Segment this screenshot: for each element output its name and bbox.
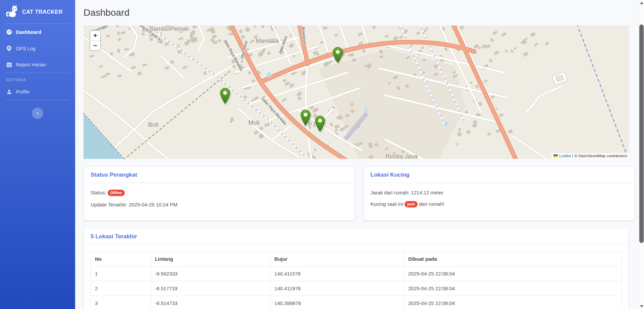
table-container: No Lintang Bujur Dibuat pada 1-8.5023331… (84, 245, 629, 309)
locations-table: No Lintang Bujur Dibuat pada 1-8.5023331… (91, 251, 622, 309)
map-label: Muli (248, 119, 259, 126)
sidebar-collapse-button[interactable]: ‹ (32, 108, 43, 119)
cat-location-pin[interactable] (220, 88, 230, 104)
column-header-no: No (91, 252, 151, 266)
lokasi-card-title: Lokasi Kucing (371, 172, 628, 178)
proximity-prefix: Kucing saat ini (371, 201, 404, 207)
table-card-title: 5 Lokasi Terakhir (91, 233, 622, 240)
cat-location-pin[interactable] (301, 110, 311, 126)
chevron-left-icon: ‹ (37, 110, 39, 116)
status-cards-row: Status Perangkat Status: Offline Update … (84, 166, 635, 221)
leaflet-link[interactable]: Leaflet (559, 154, 571, 158)
brand[interactable]: CAT TRACKER (0, 0, 75, 23)
table-cell: -8.502333 (151, 266, 270, 281)
column-header-lintang: Lintang (151, 252, 270, 266)
brand-title: CAT TRACKER (22, 9, 63, 15)
sidebar-item-label: Dashboard (16, 29, 41, 35)
map-zoom-control: + − (90, 30, 101, 51)
card-header: Status Perangkat (84, 167, 355, 183)
map-label: Bambu Pemali (149, 25, 189, 32)
distance-line: Jarak dari rumah: 1214.12 meter (371, 190, 628, 195)
attribution-separator: | (572, 154, 573, 158)
proximity-line: Kucing saat ini jauh dari rumah! (371, 201, 628, 207)
cat-location-pin[interactable] (333, 47, 343, 63)
sidebar-item-label: GPS Log (16, 46, 36, 51)
card-header: 5 Lokasi Terakhir (84, 228, 629, 245)
map-label: Mandala (256, 38, 279, 44)
cat-icon (5, 5, 19, 19)
calendar-icon (6, 62, 12, 67)
sidebar-item-label: Profile (16, 89, 30, 95)
sidebar-item-gps-log[interactable]: GPS Log (0, 40, 75, 57)
tachometer-icon (6, 29, 12, 35)
status-perangkat-card: Status Perangkat Status: Offline Update … (84, 166, 355, 221)
table-cell: 140.411578 (270, 266, 404, 281)
lokasi-kucing-card: Lokasi Kucing Jarak dari rumah: 1214.12 … (364, 166, 635, 221)
map-marker-icon (6, 46, 12, 51)
table-cell: -8.514733 (151, 296, 270, 309)
sidebar-item-report-harian[interactable]: Report Harian (0, 57, 75, 73)
last-update-line: Update Terakhir: 2025-04-25 10:24 PM (91, 202, 348, 207)
column-header-bujur: Bujur (270, 252, 404, 266)
proximity-badge: jauh (405, 201, 418, 207)
table-row: 1-8.502333140.4115782025-04-25 22:08:04 (91, 266, 622, 281)
vertical-scrollbar[interactable] (638, 0, 644, 309)
sidebar: CAT TRACKER Dashboard GPS Log Report Har… (0, 0, 75, 309)
table-row: 3-8.514733140.3998782025-04-25 22:08:04 (91, 296, 622, 309)
arrow-up-icon (640, 2, 643, 4)
device-status-line: Status: Offline (91, 190, 348, 196)
status-card-title: Status Perangkat (91, 172, 348, 178)
scrollbar-thumb[interactable] (639, 24, 644, 243)
osm-attribution: © OpenStreetMap contributors (575, 154, 627, 158)
table-cell: 140.411978 (270, 281, 404, 296)
sidebar-section-heading: SETTINGS (0, 73, 75, 84)
user-icon (6, 89, 12, 95)
sidebar-item-profile[interactable]: Profile (0, 84, 75, 100)
table-cell: 2 (91, 281, 151, 296)
status-badge: Offline (108, 190, 125, 196)
column-header-dibuat-pada: Dibuat pada (404, 252, 622, 266)
table-cell: -8.517733 (151, 281, 270, 296)
table-cell: 3 (91, 296, 151, 309)
zoom-out-button[interactable]: − (90, 41, 100, 50)
map-label: Rimba Jaya (385, 153, 418, 159)
map-attribution: Leaflet | © OpenStreetMap contributors (551, 153, 629, 159)
scroll-down-button[interactable] (639, 303, 644, 309)
card-header: Lokasi Kucing (364, 167, 635, 183)
card-body: Jarak dari rumah: 1214.12 meter Kucing s… (364, 183, 635, 220)
proximity-suffix: dari rumah! (419, 201, 444, 207)
table-header-row: No Lintang Bujur Dibuat pada (91, 252, 622, 266)
table-cell: 1 (91, 266, 151, 281)
sidebar-divider (5, 100, 70, 100)
sidebar-item-dashboard[interactable]: Dashboard (0, 24, 75, 40)
table-cell: 2025-04-25 22:08:04 (404, 296, 622, 309)
sidebar-item-label: Report Harian (16, 62, 46, 67)
table-row: 2-8.517733140.4119782025-04-25 22:08:04 (91, 281, 622, 296)
lokasi-terakhir-card: 5 Lokasi Terakhir No Lintang Bujur Dibua… (84, 228, 629, 309)
table-cell: 140.399878 (270, 296, 404, 309)
page-title: Dashboard (84, 7, 635, 18)
zoom-in-button[interactable]: + (90, 31, 100, 41)
card-body: Status: Offline Update Terakhir: 2025-04… (84, 183, 355, 220)
leaflet-map[interactable]: SeringguBambu PemaliGang Al-Fatah 4Jalan… (84, 25, 629, 159)
main-content: Dashboard (75, 0, 644, 309)
app-window: CAT TRACKER Dashboard GPS Log Report Har… (0, 0, 644, 309)
scroll-up-button[interactable] (639, 0, 644, 6)
table-cell: 2025-04-25 22:08:04 (404, 266, 622, 281)
cat-location-pin[interactable] (315, 116, 325, 132)
ukraine-flag-icon (553, 154, 558, 158)
arrow-down-icon (640, 305, 643, 307)
status-label: Status: (91, 190, 106, 195)
map-tiles: SeringguBambu PemaliGang Al-Fatah 4Jalan… (84, 25, 629, 159)
table-cell: 2025-04-25 22:08:04 (404, 281, 622, 296)
map-label: Buti (148, 121, 158, 128)
